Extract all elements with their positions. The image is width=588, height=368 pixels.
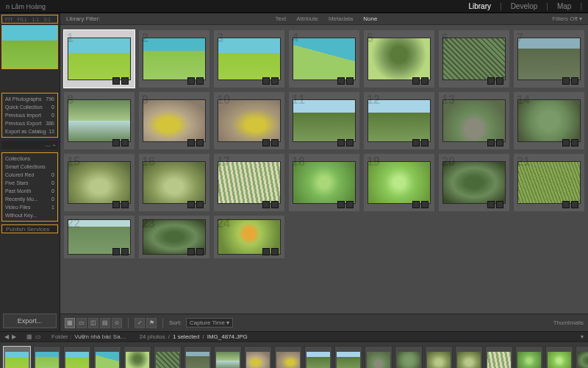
zoom-fill[interactable]: FILL [18,17,28,22]
badge-icon[interactable] [187,139,195,146]
badge-icon[interactable] [262,139,270,146]
badge-icon[interactable] [121,248,129,255]
badge-icon[interactable] [262,77,270,85]
collection-item[interactable]: Smart Collections [2,163,57,171]
next-photo-icon[interactable]: ▶ [12,333,16,340]
badge-icon[interactable] [496,139,503,146]
flag-icon[interactable]: ⚑ [146,318,157,328]
sort-select[interactable]: Capture Time ▾ [186,318,233,328]
filter-toggle-icon[interactable]: ▾ [581,333,584,340]
grid-cell[interactable]: 3 [213,29,285,88]
catalog-item[interactable]: All Photographs796 [2,95,57,103]
grid-cell[interactable]: 22 [63,215,135,259]
badge-icon[interactable] [196,248,204,255]
collections-header[interactable]: Collections [2,155,57,163]
collection-item[interactable]: Without Key... [2,211,57,219]
grid-cell[interactable]: 24 [213,215,285,259]
navigator-preview[interactable] [1,25,58,69]
filmstrip-cell[interactable] [425,346,453,369]
grid-cell[interactable]: 7 [513,29,585,88]
filter-text[interactable]: Text [275,15,286,22]
secondary-display-icon[interactable]: ▭ [35,333,41,340]
grid-cell[interactable]: 14 [513,91,585,150]
module-develop[interactable]: Develop [511,2,538,10]
grid-cell[interactable]: 9 [138,91,210,150]
collection-item[interactable]: Five Stars0 [2,179,57,187]
publish-services-header[interactable]: Publish Services [1,224,58,233]
filmstrip-cell[interactable] [214,346,242,369]
grid-cell[interactable]: 11 [288,91,360,150]
collection-item[interactable]: Past Month0 [2,187,57,195]
filmstrip-cell[interactable] [515,346,543,369]
filmstrip-cell[interactable] [184,346,212,369]
grid-cell[interactable]: 23 [138,215,210,259]
filmstrip-cell[interactable] [334,346,362,369]
badge-icon[interactable] [346,201,354,208]
filmstrip-cell[interactable] [33,346,61,369]
filmstrip-cell[interactable] [3,346,31,369]
badge-icon[interactable] [562,77,570,85]
badge-icon[interactable] [196,201,204,208]
badge-icon[interactable] [187,77,195,85]
grid-cell[interactable]: 16 [138,153,210,212]
badge-icon[interactable] [487,139,495,146]
filmstrip[interactable] [0,342,588,368]
catalog-item[interactable]: Previous Import0 [2,111,57,119]
grid-cell[interactable]: 17 [213,153,285,212]
filmstrip-cell[interactable] [455,346,483,369]
grid-cell[interactable]: 2 [138,29,210,88]
zoom-fit[interactable]: FIT [5,17,13,22]
badge-icon[interactable] [121,201,129,208]
catalog-item[interactable]: Quick Collection0 [2,103,57,111]
grid-cell[interactable]: 10 [213,91,285,150]
badge-icon[interactable] [346,77,354,85]
survey-view-icon[interactable]: ▤ [100,318,110,328]
filmstrip-cell[interactable] [545,346,573,369]
filmstrip-cell[interactable] [63,346,91,369]
grid-cell[interactable]: 18 [288,153,360,212]
badge-icon[interactable] [562,139,570,146]
zoom-3-1[interactable]: 3:1 [43,17,51,22]
filmstrip-cell[interactable] [274,346,302,369]
filmstrip-cell[interactable] [244,346,272,369]
filter-metadata[interactable]: Metadata [329,15,353,22]
badge-icon[interactable] [112,201,120,208]
people-view-icon[interactable]: ☺ [112,318,122,328]
badge-icon[interactable] [337,77,345,85]
badge-icon[interactable] [412,77,420,85]
badge-icon[interactable] [412,201,420,208]
badge-icon[interactable] [571,201,578,208]
grid-cell[interactable]: 4 [288,29,360,88]
badge-icon[interactable] [271,201,279,208]
badge-icon[interactable] [187,248,195,255]
painter-icon[interactable]: ✓ [135,318,145,328]
grid-view-icon[interactable]: ▦ [65,318,75,328]
badge-icon[interactable] [412,139,420,146]
badge-icon[interactable] [496,77,503,85]
module-library[interactable]: Library [468,2,491,10]
badge-icon[interactable] [121,139,129,146]
filter-attribute[interactable]: Attribute [296,15,318,22]
compare-view-icon[interactable]: ◫ [88,318,98,328]
collection-item[interactable]: Colored Red0 [2,171,57,179]
filmstrip-cell[interactable] [485,346,513,369]
badge-icon[interactable] [112,139,120,146]
badge-icon[interactable] [196,139,204,146]
filter-preset-menu[interactable]: Filters Off ▾ [552,15,582,22]
badge-icon[interactable] [487,201,495,208]
badge-icon[interactable] [262,248,270,255]
prev-photo-icon[interactable]: ◀ [4,333,9,340]
filmstrip-cell[interactable] [123,346,151,369]
grid-cell[interactable]: 20 [438,153,510,212]
badge-icon[interactable] [487,77,495,85]
filmstrip-cell[interactable] [93,346,121,369]
grid-cell[interactable]: 1 [63,29,135,88]
badge-icon[interactable] [112,248,120,255]
filmstrip-cell[interactable] [395,346,423,369]
badge-icon[interactable] [337,201,345,208]
filmstrip-cell[interactable] [154,346,182,369]
catalog-item[interactable]: Export as Catalog13 [2,127,57,135]
loupe-view-icon[interactable]: ▭ [76,318,87,328]
export-button[interactable]: Export... [3,314,57,328]
collection-item[interactable]: Video Files1 [2,203,57,211]
